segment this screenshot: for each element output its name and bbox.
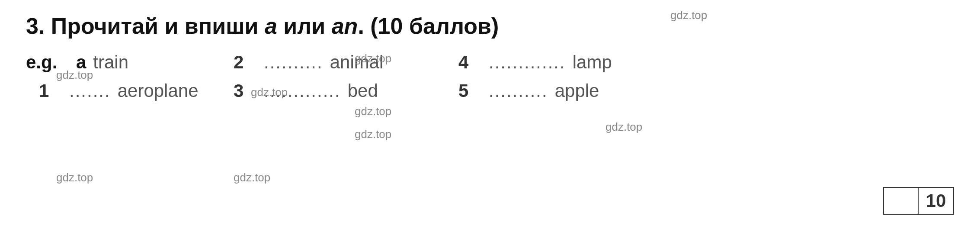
item-5-word: apple [555, 81, 599, 101]
score-value: 10 [919, 188, 953, 214]
watermark-5: gdz.top [355, 105, 391, 118]
title-an: ап [332, 13, 358, 39]
title-or: или [277, 13, 332, 39]
page: 3. Прочитай и впиши а или ап. (10 баллов… [0, 0, 980, 232]
watermark-6: gdz.top [605, 120, 642, 134]
exercise-title: 3. Прочитай и впиши а или ап. (10 баллов… [26, 13, 954, 39]
title-suffix: . (10 баллов) [358, 13, 499, 39]
item-4-num: 4 [458, 52, 489, 73]
title-text: Прочитай и впиши [45, 13, 265, 39]
item-5-dots: .......... [489, 81, 548, 101]
item-1-dots: ....... [69, 81, 111, 101]
watermark-1: gdz.top [670, 9, 707, 22]
title-a: а [265, 13, 277, 39]
item-2: 2 .......... animal [234, 52, 458, 73]
watermark-3: gdz.top [56, 68, 93, 82]
score-box: 10 [883, 187, 954, 215]
item-1-num: 1 [26, 81, 69, 101]
item-5: 5 .......... apple [458, 81, 666, 101]
watermark-7: gdz.top [355, 128, 391, 141]
item-1: 1 ....... aeroplane [26, 81, 234, 101]
item-1-word: aeroplane [118, 81, 199, 101]
item-3-word: bed [348, 81, 378, 101]
item-2-dots: .......... [264, 52, 323, 73]
row-2: 1 ....... aeroplane 3 ............. bed … [26, 81, 954, 101]
title-number: 3. [26, 13, 45, 39]
watermark-4: gdz.top [251, 86, 288, 99]
exercise-area: e.g. a train 2 .......... animal 4 .....… [26, 52, 954, 101]
item-5-num: 5 [458, 81, 489, 101]
item-4-dots: ............. [489, 52, 566, 73]
item-4-word: lamp [573, 52, 612, 73]
watermark-2: gdz.top [355, 52, 391, 65]
watermark-9: gdz.top [234, 171, 270, 184]
score-left-empty [884, 188, 919, 214]
item-2-num: 2 [234, 52, 264, 73]
eg-word: train [93, 52, 128, 73]
row-1: e.g. a train 2 .......... animal 4 .....… [26, 52, 954, 73]
watermark-8: gdz.top [56, 171, 93, 184]
item-4: 4 ............. lamp [458, 52, 666, 73]
